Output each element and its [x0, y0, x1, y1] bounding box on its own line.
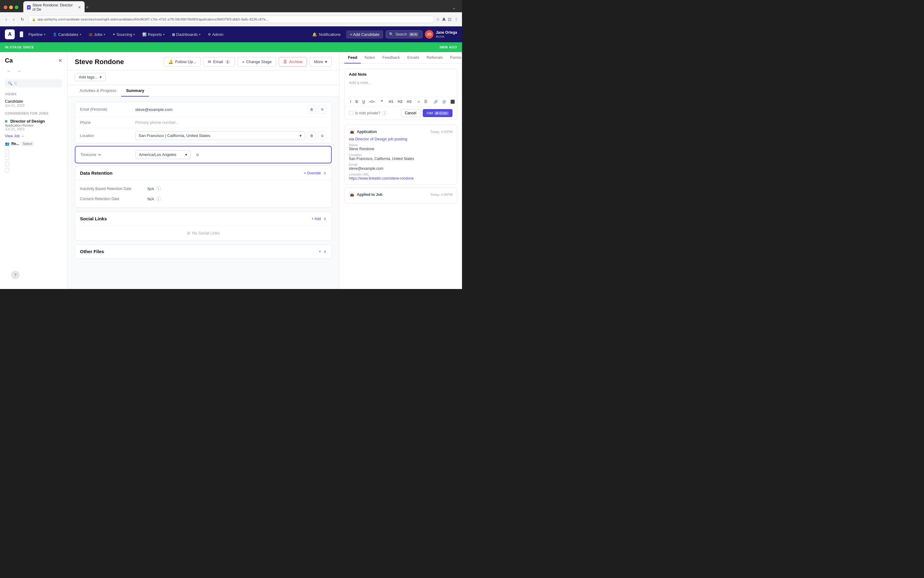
archive-btn[interactable]: 🗄 Archive [279, 57, 307, 67]
toolbar-blockquote[interactable]: ❝ [380, 99, 384, 104]
timezone-select[interactable]: America/Los Angeles ▾ [135, 150, 191, 159]
activity-field-email: Email steve@example.com [349, 163, 453, 171]
add-candidate-btn[interactable]: + Add Candidate [346, 30, 383, 39]
delete-email-btn[interactable]: 🗑 [307, 105, 316, 114]
nav-item-candidates[interactable]: 👤 Candidates ▾ [49, 30, 85, 39]
user-avatar[interactable]: JO [425, 30, 434, 39]
consent-info-icon[interactable]: i [156, 196, 161, 201]
nav-items: Pipeline ▾ 👤 Candidates ▾ 💼 Jobs ▾ ✦ Sou… [24, 30, 309, 39]
collapse-retention-btn[interactable]: ∧ [323, 171, 326, 175]
view-item-candidate[interactable]: Candidate Jun 21, 2023 [0, 97, 67, 109]
copy-email-btn[interactable]: ⧉ [318, 105, 326, 114]
job-item[interactable]: Director of Design Application Review Ju… [0, 117, 67, 133]
minimize-window-btn[interactable] [9, 5, 13, 9]
search-btn[interactable]: 🔍 Search ⌘+K [386, 30, 422, 38]
url-bar[interactable]: 🔒 app.ashbyhq.com/candidate-searches/new… [29, 16, 434, 23]
back-btn[interactable]: ‹ [4, 16, 9, 23]
prev-candidate-btn[interactable]: ← [5, 68, 13, 75]
add-tags-btn[interactable]: Add tags... ▾ [75, 73, 106, 81]
bookmark-btn[interactable]: ☆ [436, 17, 440, 22]
nav-item-sourcing[interactable]: ✦ Sourcing ▾ [109, 30, 138, 39]
toolbar-link[interactable]: 🔗 [432, 99, 439, 104]
reload-btn[interactable]: ↻ [19, 16, 26, 23]
right-tab-feedback[interactable]: Feedback [378, 52, 403, 63]
toolbar-ordered-list[interactable]: ≡ [416, 99, 421, 104]
checkbox-1[interactable] [5, 149, 9, 154]
close-panel-btn[interactable]: ✕ [58, 58, 62, 63]
checkbox-row-3 [5, 161, 62, 167]
stage-icon: » [242, 60, 244, 64]
browser-tabs: A Steve Rondone: Director of De ✕ + ⌄ [0, 0, 462, 12]
toolbar-bold[interactable]: B [354, 99, 359, 104]
follow-up-btn[interactable]: 🔔 Follow Up... [164, 57, 201, 67]
nav-logo[interactable]: A [5, 29, 15, 39]
search-icon-left: 🔍 [8, 81, 13, 86]
home-btn[interactable]: ⌂ [19, 31, 23, 37]
collapse-social-btn[interactable]: ∧ [323, 216, 326, 221]
extensions-btn[interactable]: ⊡ [448, 17, 451, 22]
more-btn[interactable]: More ▾ [309, 57, 332, 67]
right-tab-feed[interactable]: Feed [344, 52, 361, 63]
toolbar-underline[interactable]: U [361, 99, 366, 104]
inactivity-info-icon[interactable]: i [156, 186, 161, 191]
location-select[interactable]: San Francisco | California, United State… [135, 131, 305, 140]
toolbar-h1[interactable]: H1 [388, 99, 395, 104]
browser-menu-btn[interactable]: ⋮ [454, 17, 458, 22]
job-posting-link[interactable]: Director of Design job posting [355, 137, 408, 141]
tab-activities[interactable]: Activities & Progress [75, 85, 121, 97]
cancel-note-btn[interactable]: Cancel [401, 109, 420, 117]
copy-location-btn[interactable]: ⧉ [318, 132, 326, 140]
checkbox-3[interactable] [5, 162, 9, 166]
add-social-link-btn[interactable]: + Add [312, 217, 321, 221]
nav-item-reports[interactable]: 📊 Reports ▾ [138, 30, 168, 39]
add-file-btn[interactable]: + [319, 250, 321, 254]
social-links-section: Social Links + Add ∧ ⊘ No Social Links [75, 211, 332, 240]
next-candidate-btn[interactable]: → [15, 68, 23, 75]
view-job-link[interactable]: View Job → [0, 133, 67, 139]
toolbar-h2[interactable]: H2 [396, 99, 403, 104]
checkbox-4[interactable] [5, 168, 9, 172]
toolbar-mention[interactable]: @ [441, 99, 447, 104]
right-tab-emails[interactable]: Emails [403, 52, 423, 63]
forward-btn[interactable]: › [11, 16, 16, 23]
new-tab-btn[interactable]: + [86, 5, 89, 10]
search-field[interactable]: 🔍 C [5, 80, 62, 87]
private-info-icon[interactable]: i [382, 110, 387, 115]
delete-location-btn[interactable]: 🗑 [307, 132, 316, 140]
right-tab-forms[interactable]: Forms [447, 52, 462, 63]
social-links-header: Social Links + Add ∧ [75, 212, 331, 226]
select-btn[interactable]: Select [21, 141, 34, 146]
phone-field-value[interactable]: Primary phone number... [135, 120, 326, 125]
nav-item-pipeline[interactable]: Pipeline ▾ [24, 30, 49, 39]
right-tab-referrals[interactable]: Referrals [423, 52, 447, 63]
toolbar-italic[interactable]: I [349, 99, 352, 104]
browser-actions: ☆ A ⊡ ⋮ [436, 17, 458, 22]
active-tab[interactable]: A Steve Rondone: Director of De ✕ [23, 1, 84, 13]
user-info[interactable]: Jane Ortega Acme [436, 30, 457, 38]
help-btn[interactable]: ? [11, 271, 19, 279]
checkbox-2[interactable] [5, 156, 9, 160]
tab-close-btn[interactable]: ✕ [78, 5, 81, 10]
collapse-files-btn[interactable]: ∧ [323, 249, 326, 254]
private-checkbox[interactable] [349, 111, 353, 115]
note-editor[interactable]: Add a note... [344, 78, 457, 97]
nav-item-jobs[interactable]: 💼 Jobs ▾ [85, 30, 109, 39]
toolbar-embed[interactable]: ⬛ [449, 99, 456, 104]
nav-item-dashboards[interactable]: ▦ Dashboards ▾ [168, 30, 204, 39]
toolbar-code[interactable]: </> [368, 99, 376, 104]
notifications-btn[interactable]: 🔔 Notifications [309, 30, 344, 39]
linkedin-link[interactable]: https://www.linkedin.com/steve-rondone [349, 176, 414, 180]
tab-dropdown-btn[interactable]: ⌄ [452, 5, 456, 10]
close-window-btn[interactable] [4, 5, 7, 9]
maximize-window-btn[interactable] [15, 5, 18, 9]
nav-item-admin[interactable]: ⚙ Admin [204, 30, 227, 39]
add-note-btn[interactable]: Add ⌘+Enter [423, 109, 453, 117]
toolbar-unordered-list[interactable]: ☰ [423, 99, 429, 104]
email-btn[interactable]: ✉ Email 1 [203, 57, 235, 67]
override-btn[interactable]: + Override [304, 171, 321, 175]
toolbar-h3[interactable]: H3 [406, 99, 412, 104]
tab-summary[interactable]: Summary [121, 85, 149, 97]
profile-btn[interactable]: A [442, 17, 445, 22]
right-tab-notes[interactable]: Notes [361, 52, 378, 63]
change-stage-btn[interactable]: » Change Stage [237, 57, 276, 67]
